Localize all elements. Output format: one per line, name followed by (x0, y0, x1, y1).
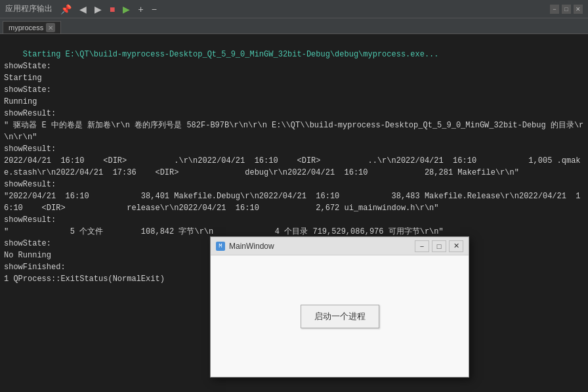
output-line-8: 2022/04/21 16:10 <DIR> .\r\n2022/04/21 1… (4, 156, 581, 177)
output-line-0: Starting E:\QT\build-myprocess-Desktop_Q… (23, 50, 439, 59)
output-line-13: showState: (4, 239, 51, 248)
output-line-14: No Running (4, 251, 51, 260)
dialog-app-icon: M (216, 242, 225, 251)
tab-label: myprocess (9, 24, 43, 32)
tab-bar: myprocess ✕ (0, 18, 588, 34)
tab-myprocess[interactable]: myprocess ✕ (3, 21, 61, 33)
next-button[interactable]: ▶ (92, 3, 104, 15)
dialog-minimize-button[interactable]: − (415, 240, 429, 252)
close-button[interactable]: ✕ (574, 5, 583, 14)
main-window-dialog: M MainWindow − □ ✕ 启动一个进程 (210, 236, 469, 378)
dialog-title-left: M MainWindow (216, 242, 274, 251)
output-line-15: showFinished: (4, 263, 66, 272)
window-title: 应用程序输出 (5, 3, 52, 14)
output-line-6: " 驱动器 E 中的卷是 新加卷\r\n 卷的序列号是 582F-B97B\r\… (4, 121, 583, 142)
title-bar-left: 应用程序输出 📌 ◀ ▶ ■ ▶ + − (5, 3, 159, 15)
output-line-10: "2022/04/21 16:10 38,401 Makefile.Debug\… (4, 192, 581, 213)
output-line-5: showResult: (4, 109, 56, 118)
dialog-maximize-button[interactable]: □ (432, 240, 446, 252)
output-line-1: showState: (4, 62, 51, 71)
dialog-title: MainWindow (229, 242, 274, 251)
launch-process-button[interactable]: 启动一个进程 (301, 305, 379, 328)
dialog-close-button[interactable]: ✕ (449, 240, 463, 252)
output-line-9: showResult: (4, 180, 56, 189)
prev-button[interactable]: ◀ (77, 3, 89, 15)
output-line-2: Starting (4, 74, 42, 83)
output-line-4: Running (4, 97, 37, 106)
dialog-content: 启动一个进程 (211, 255, 469, 377)
toolbar: 📌 ◀ ▶ ■ ▶ + − (58, 3, 159, 15)
output-line-11: showResult: (4, 215, 56, 225)
remove-button[interactable]: − (149, 3, 159, 15)
title-bar: 应用程序输出 📌 ◀ ▶ ■ ▶ + − − □ ✕ (0, 0, 588, 18)
tab-close-button[interactable]: ✕ (46, 23, 55, 32)
dialog-resize-handle[interactable] (462, 370, 469, 377)
run-button[interactable]: ▶ (120, 3, 133, 15)
output-line-16: 1 QProcess::ExitStatus(NormalExit) (4, 274, 165, 284)
output-line-3: showState: (4, 85, 51, 95)
minimize-button[interactable]: − (550, 5, 559, 14)
output-line-12: " 5 个文件 108,842 字节\r\n 4 个目录 719,529,086… (4, 227, 444, 236)
dialog-controls: − □ ✕ (415, 240, 463, 252)
output-line-7: showResult: (4, 144, 56, 154)
window-controls: − □ ✕ (550, 5, 583, 14)
pin-button[interactable]: 📌 (58, 3, 74, 15)
dialog-title-bar: M MainWindow − □ ✕ (211, 237, 469, 255)
stop-button[interactable]: ■ (107, 3, 117, 15)
add-button[interactable]: + (135, 3, 146, 15)
maximize-button[interactable]: □ (562, 5, 571, 14)
